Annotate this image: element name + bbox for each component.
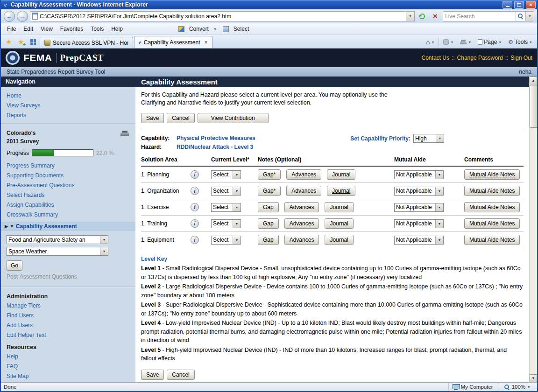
sidebar-item-progress-summary[interactable]: Progress Summary [1, 161, 135, 171]
menu-tools[interactable]: Tools [87, 24, 107, 34]
search-input[interactable] [443, 12, 515, 21]
current-level-select[interactable]: Select▼ [211, 187, 241, 196]
close-button[interactable]: × [526, 1, 536, 9]
sidebar-item-supporting-documents[interactable]: Supporting Documents [1, 171, 135, 181]
search-dropdown-arrow-icon[interactable]: ▼ [525, 12, 534, 21]
journal-button[interactable]: Journal [325, 218, 353, 229]
sidebar-item-capability-assessment[interactable]: ▶ ▼ Capability Assessment [1, 222, 135, 231]
journal-button[interactable]: Journal [327, 169, 355, 180]
gap-button[interactable]: Gap* [258, 169, 281, 180]
info-icon[interactable]: i [191, 219, 199, 228]
home-button[interactable]: ⌂▼ [424, 37, 437, 47]
current-level-select[interactable]: Select▼ [211, 219, 241, 228]
sidebar-item-edit-helper-text[interactable]: Edit Helper Text [1, 330, 135, 340]
sidebar-item-pre-assessment-questions[interactable]: Pre-Assessment Questions [1, 181, 135, 190]
tab-ssl-vpn-home[interactable]: Secure Access SSL VPN - Home [40, 37, 133, 48]
address-field[interactable]: C:\CAS\SPR\2012 SPR\PRA\For Jim\Complete… [30, 11, 415, 21]
advances-button[interactable]: Advances [286, 186, 321, 196]
scroll-down-button[interactable]: ▼ [530, 374, 537, 382]
mutual-aide-notes-button[interactable]: Mutual Aide Notes [464, 202, 520, 212]
change-password-link[interactable]: Change Password [457, 55, 503, 61]
zoom-control[interactable]: 100% ▼ [500, 383, 534, 391]
zoom-dropdown-arrow-icon[interactable]: ▼ [527, 385, 531, 389]
mutual-aide-notes-button[interactable]: Mutual Aide Notes [464, 169, 520, 180]
minimize-button[interactable] [503, 1, 512, 9]
convert-button[interactable]: Convert [186, 24, 212, 34]
menu-help[interactable]: Help [108, 24, 126, 34]
stop-button[interactable]: × [430, 11, 441, 22]
info-icon[interactable]: i [191, 187, 199, 195]
save-button[interactable]: Save [141, 113, 164, 123]
menu-favorites[interactable]: Favorites [57, 24, 86, 34]
mutual-aide-select[interactable]: Not Applicable▼ [394, 170, 444, 179]
save-button[interactable]: Save [141, 370, 164, 380]
mutual-aide-notes-button[interactable]: Mutual Aide Notes [464, 235, 520, 245]
menu-edit[interactable]: Edit [20, 24, 36, 34]
back-button[interactable]: ← [4, 11, 15, 22]
maximize-button[interactable] [514, 1, 524, 9]
menu-file[interactable]: File [4, 24, 19, 34]
refresh-button[interactable] [417, 11, 428, 22]
sidebar-item-select-hazards[interactable]: Select Hazards [1, 190, 135, 200]
advances-button[interactable]: Advances [286, 169, 321, 180]
sidebar-item-faq[interactable]: FAQ [1, 362, 135, 371]
capability-link[interactable]: Physical Protective Measures [177, 135, 255, 141]
sidebar-item-help[interactable]: Help [1, 352, 135, 362]
view-contribution-button[interactable]: View Contribution [198, 113, 269, 123]
sidebar-item-manage-tiers[interactable]: Manage Tiers [1, 301, 135, 311]
sidebar-item-view-surveys[interactable]: View Surveys [1, 101, 135, 111]
tab-capability-assessment[interactable]: e Capability Assessment × [134, 36, 212, 48]
mutual-aide-notes-button[interactable]: Mutual Aide Notes [464, 218, 520, 229]
info-icon[interactable]: i [191, 236, 199, 244]
cancel-button[interactable]: Cancel [167, 113, 194, 123]
gap-button[interactable]: Gap [258, 202, 279, 212]
capability-select[interactable]: Food and Agriculture Safety an ▼ [7, 235, 108, 244]
sidebar-item-add-users[interactable]: Add Users [1, 321, 135, 330]
mutual-aide-select[interactable]: Not Applicable▼ [394, 236, 444, 245]
quick-tabs-button[interactable] [28, 36, 39, 48]
mutual-aide-select[interactable]: Not Applicable▼ [394, 187, 444, 196]
scrollbar-thumb[interactable] [530, 85, 537, 128]
feeds-button[interactable]: ▼ [441, 38, 456, 46]
gap-button[interactable]: Gap* [258, 186, 281, 196]
menu-view[interactable]: View [37, 24, 56, 34]
select-button[interactable]: Select [230, 24, 252, 34]
journal-button[interactable]: Journal [325, 235, 353, 245]
convert-dropdown-arrow-icon[interactable]: ▼ [213, 28, 217, 31]
address-dropdown-arrow-icon[interactable]: ▼ [406, 12, 414, 21]
page-menu-button[interactable]: Page▼ [475, 38, 504, 46]
print-survey-icon[interactable] [120, 131, 129, 137]
journal-button[interactable]: Journal [325, 202, 353, 212]
sidebar-item-reports[interactable]: Reports [1, 111, 135, 120]
priority-select[interactable]: High ▼ [413, 134, 444, 143]
print-button[interactable]: ▼ [458, 39, 474, 46]
current-level-select[interactable]: Select▼ [211, 170, 241, 179]
advances-button[interactable]: Advances [284, 218, 319, 229]
mutual-aide-select[interactable]: Not Applicable▼ [394, 203, 444, 212]
favorites-center-button[interactable]: ★ [3, 36, 14, 48]
current-level-select[interactable]: Select▼ [211, 236, 241, 245]
forward-button[interactable]: → [17, 11, 28, 22]
journal-button[interactable]: Journal [327, 186, 355, 196]
cancel-button[interactable]: Cancel [167, 370, 194, 380]
sidebar-item-site-map[interactable]: Site Map [1, 371, 135, 381]
sidebar-item-assign-capabilities[interactable]: Assign Capabilities [1, 200, 135, 210]
advances-button[interactable]: Advances [284, 202, 319, 212]
info-icon[interactable]: i [191, 203, 199, 211]
hazard-link[interactable]: RDD/Nuclear Attack - Level 3 [177, 144, 253, 150]
mutual-aide-select[interactable]: Not Applicable▼ [394, 219, 444, 228]
search-button[interactable] [515, 12, 525, 21]
sidebar-item-crosswalk-summary[interactable]: Crosswalk Summary [1, 210, 135, 220]
scrollbar-track[interactable] [530, 84, 537, 374]
info-icon[interactable]: i [191, 170, 199, 179]
current-level-select[interactable]: Select▼ [211, 203, 241, 212]
advances-button[interactable]: Advances [284, 235, 319, 245]
contact-us-link[interactable]: Contact Us [422, 55, 449, 61]
mutual-aide-notes-button[interactable]: Mutual Aide Notes [464, 186, 520, 196]
add-favorite-button[interactable]: ★+ [15, 36, 27, 48]
sidebar-item-home[interactable]: Home [1, 91, 135, 101]
sign-out-link[interactable]: Sign Out [510, 55, 532, 61]
tools-menu-button[interactable]: ⚙Tools▼ [506, 38, 535, 46]
vertical-scrollbar[interactable]: ▲ ▼ [529, 77, 537, 382]
tab-close-icon[interactable]: × [205, 39, 208, 46]
